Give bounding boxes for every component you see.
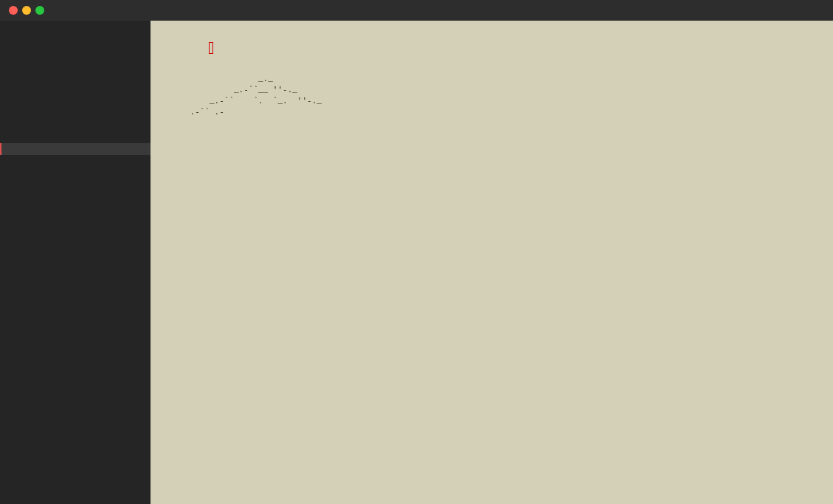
titlebar — [0, 0, 833, 21]
terminal-area: _._ _.-``__ ''-._ _.-`` `. `_. ''-._ .-`… — [151, 21, 833, 504]
sidebar — [0, 21, 151, 504]
close-button[interactable] — [9, 6, 18, 15]
sidebar-top-icons — [0, 21, 151, 38]
sidebar-item-redis-36380[interactable] — [0, 84, 151, 96]
port-forwarding-item[interactable] — [0, 49, 151, 61]
command-line — [161, 28, 823, 68]
ascii-redis-section: _._ _.-``__ ''-._ _.-`` `. `_. ''-._ .-`… — [161, 71, 823, 120]
minimize-button[interactable] — [22, 6, 31, 15]
hosts-section-label — [0, 38, 151, 49]
terminal-command — [209, 42, 213, 54]
maximize-button[interactable] — [35, 6, 44, 15]
sidebar-item-redis-46381[interactable] — [0, 131, 151, 143]
ascii-art: _._ _.-``__ ''-._ _.-`` `. `_. ''-._ .-`… — [161, 74, 322, 117]
sidebar-item-redis-36381[interactable] — [0, 96, 151, 108]
sidebar-item-sentinel-26381[interactable] — [0, 167, 151, 179]
history-item[interactable] — [0, 489, 151, 504]
sidebar-item-redis-46380[interactable] — [0, 120, 151, 131]
sidebar-item-redis-36379[interactable] — [0, 72, 151, 84]
main-layout: _._ _.-``__ ''-._ _.-`` `. `_. ''-._ .-`… — [0, 21, 833, 504]
sidebar-item-linux[interactable] — [0, 61, 151, 72]
sidebar-item-sentinel-26379[interactable] — [0, 143, 151, 155]
sidebar-item-sentinel-26380[interactable] — [0, 155, 151, 167]
sidebar-item-redis-46379[interactable] — [0, 108, 151, 120]
window-controls[interactable] — [9, 6, 44, 15]
terminal-content[interactable]: _._ _.-``__ ''-._ _.-`` `. `_. ''-._ .-`… — [151, 21, 833, 504]
